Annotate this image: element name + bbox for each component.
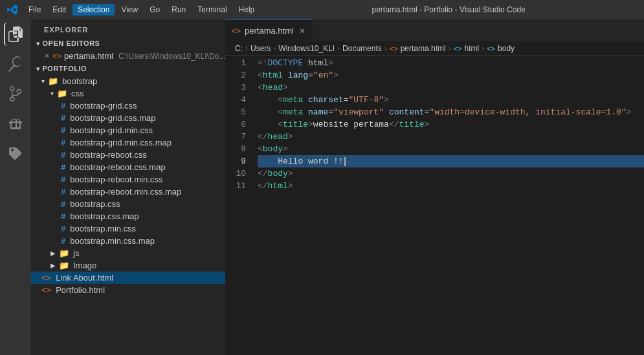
code-lines[interactable]: <!DOCTYPE html> <html lang="en"> <head> … [251,56,644,355]
title-bar: File Edit Selection View Go Run Terminal… [0,0,644,19]
tab-label: pertama.html [245,26,294,36]
file-portfolio-label: Portfolio.html [56,285,105,295]
file-bootstrap-css-map[interactable]: # bootstrap.css.map [31,210,225,222]
menu-help[interactable]: Help [234,4,260,16]
files-icon[interactable] [4,23,27,46]
breadcrumb-sep6: › [482,44,484,53]
tab-bar: <> pertama.html ✕ [225,19,644,42]
code-line-4: <meta charset="UTF-8"> [258,94,644,106]
file-label: bootstrap-grid.min.css.map [70,138,172,147]
breadcrumb-sep: › [245,44,248,53]
breadcrumb-sep3: › [337,44,340,53]
file-bootstrap-css[interactable]: # bootstrap.css [31,198,225,210]
menu-view[interactable]: View [116,4,143,16]
file-link-about[interactable]: <> Link About.html [31,272,225,284]
file-label: bootstrap.css [70,199,120,209]
portfolio-header[interactable]: ▾ Portfolio [31,62,225,75]
folder-js[interactable]: ▶ 📁 js [31,247,225,259]
breadcrumb-body[interactable]: body [498,44,515,53]
file-label: bootstrap-grid.min.css [70,125,153,135]
file-bootstrap-reboot-css[interactable]: # bootstrap-reboot.css [31,149,225,161]
menu-edit[interactable]: Edit [47,4,71,16]
source-control-icon[interactable] [4,82,27,105]
line-num-5: 5 [225,106,246,118]
html-file-icon: <> [41,273,51,283]
file-label: bootstrap-reboot.min.css [70,175,162,184]
menu-file[interactable]: File [23,4,46,16]
menu-go[interactable]: Go [144,4,165,16]
debug-icon[interactable] [4,112,27,135]
html-icon: <> [52,52,61,61]
hash-icon: # [61,138,65,147]
hash-icon: # [61,125,65,135]
menu-terminal[interactable]: Terminal [192,4,232,16]
folder-image-label: Image [73,261,96,270]
hash-icon: # [61,175,65,184]
extensions-icon[interactable] [4,142,27,165]
tab-html-icon: <> [232,27,241,36]
file-label: bootstrap-reboot.min.css.map [70,187,181,197]
file-bootstrap-reboot-css-map[interactable]: # bootstrap-reboot.css.map [31,161,225,173]
hash-icon: # [61,162,65,172]
breadcrumb-users[interactable]: Users [250,44,271,53]
breadcrumb-c[interactable]: C: [235,44,243,53]
line-numbers: 1 2 3 4 5 6 7 8 9 10 11 [225,56,251,355]
activity-bar [0,19,31,355]
file-bootstrap-min-css-map[interactable]: # bootstrap.min.css.map [31,235,225,247]
vscode-logo [6,4,18,16]
menu-bar: File Edit Selection View Go Run Terminal… [23,4,260,16]
file-bootstrap-grid-min-css[interactable]: # bootstrap-grid.min.css [31,124,225,136]
folder-css-label: css [71,89,84,98]
chevron-down-icon: ▾ [50,90,54,97]
code-line-3: <head> [258,81,644,94]
right-pane: <> pertama.html ✕ C: › Users › Windows10… [225,19,644,355]
code-line-8: <body> [258,143,644,155]
breadcrumb-sep2: › [273,44,276,53]
breadcrumb-win10[interactable]: Windows10_KLI [278,44,335,53]
close-icon[interactable]: ✕ [44,52,50,60]
line-num-3: 3 [225,81,246,94]
file-bootstrap-reboot-min-css[interactable]: # bootstrap-reboot.min.css [31,173,225,186]
open-editors-header[interactable]: ▾ Open Editors [31,37,225,50]
file-bootstrap-grid-css-map[interactable]: # bootstrap-grid.css.map [31,112,225,124]
code-line-7: </head> [258,131,644,143]
menu-selection[interactable]: Selection [72,4,115,16]
folder-css[interactable]: ▾ 📁 css [31,87,225,100]
file-portfolio[interactable]: <> Portfolio.html [31,284,225,296]
tab-pertama[interactable]: <> pertama.html ✕ [225,19,313,42]
open-editor-pertama[interactable]: ✕ <> pertama.html C:\Users\Windows10_KLI… [31,50,225,62]
file-bootstrap-grid-css[interactable]: # bootstrap-grid.css [31,100,225,112]
chevron-right-icon: ▶ [50,250,56,257]
menu-run[interactable]: Run [166,4,191,16]
tab-close-button[interactable]: ✕ [299,27,305,36]
line-num-10: 10 [225,167,246,180]
window-title: pertama.html - Portfolio - Visual Studio… [260,5,638,14]
code-line-10: </body> [258,167,644,180]
file-bootstrap-min-css[interactable]: # bootstrap.min.css [31,222,225,235]
file-bootstrap-reboot-min-css-map[interactable]: # bootstrap-reboot.min.css.map [31,186,225,198]
chevron-right-icon: ▶ [50,262,56,269]
open-editors-label: Open Editors [43,39,100,47]
code-line-9[interactable]: Hello word !! [258,155,644,167]
code-line-2: <html lang="en"> [258,69,644,81]
sidebar-header: Explorer [31,19,225,37]
file-label: bootstrap.min.css [70,224,136,233]
folder-icon: 📁 [57,89,67,98]
file-label: bootstrap-grid.css [70,101,137,111]
folder-image[interactable]: ▶ 📁 Image [31,259,225,272]
code-line-1: <!DOCTYPE html> [258,57,644,69]
breadcrumb-file[interactable]: pertama.html [401,44,446,53]
breadcrumb-docs[interactable]: Documents [342,44,382,53]
search-icon[interactable] [4,52,27,76]
hash-icon: # [61,211,65,221]
folder-bootstrap[interactable]: ▾ 📁 bootstrap [31,75,225,87]
open-editor-filename: pertama.html [64,51,113,61]
file-bootstrap-grid-min-css-map[interactable]: # bootstrap-grid.min.css.map [31,136,225,149]
code-line-6: <title>website pertama</title> [258,118,644,131]
breadcrumb-html[interactable]: html [465,44,480,53]
line-num-4: 4 [225,94,246,106]
main-layout: Explorer ▾ Open Editors ✕ <> pertama.htm… [0,19,644,355]
open-editor-filepath: C:\Users\Windows10_KLI\Do... [118,52,225,61]
hash-icon: # [61,224,65,233]
editor-content[interactable]: 1 2 3 4 5 6 7 8 9 10 11 <!DOCTYPE html> [225,56,644,355]
